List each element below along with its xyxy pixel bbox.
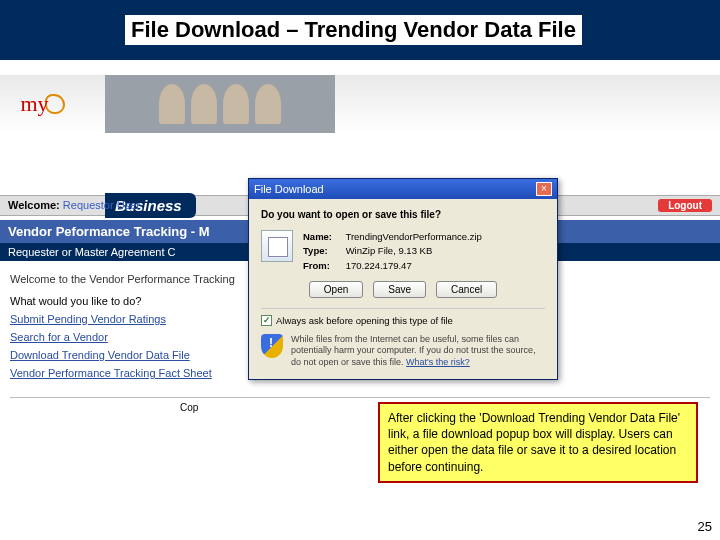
always-ask-row[interactable]: ✓ Always ask before opening this type of… (261, 308, 545, 326)
always-ask-label: Always ask before opening this type of f… (276, 315, 453, 326)
file-type: WinZip File, 9.13 KB (346, 245, 433, 256)
file-type-icon (261, 230, 293, 262)
save-button[interactable]: Save (373, 281, 426, 298)
logout-button[interactable]: Logout (658, 199, 712, 212)
dialog-button-row: Open Save Cancel (261, 281, 545, 298)
checkbox-icon[interactable]: ✓ (261, 315, 272, 326)
file-name: TrendingVendorPerformance.zip (345, 231, 481, 242)
welcome-label: Welcome: (8, 199, 60, 211)
dialog-body: Do you want to open or save this file? N… (249, 199, 557, 379)
cancel-button[interactable]: Cancel (436, 281, 497, 298)
type-label: Type: (303, 244, 343, 258)
whats-the-risk-link[interactable]: What's the risk? (406, 357, 470, 367)
shield-icon (261, 334, 283, 358)
dialog-title: File Download (254, 183, 324, 195)
close-icon[interactable]: × (536, 182, 552, 196)
from-label: From: (303, 259, 343, 273)
site-logo: my (0, 75, 85, 133)
welcome-user: Requestor User (63, 199, 140, 211)
dialog-titlebar: File Download × (249, 179, 557, 199)
file-download-dialog: File Download × Do you want to open or s… (248, 178, 558, 380)
site-banner: my (0, 75, 720, 133)
instruction-callout: After clicking the 'Download Trending Ve… (378, 402, 698, 483)
dialog-question: Do you want to open or save this file? (261, 209, 545, 220)
file-metadata: Name: TrendingVendorPerformance.zip Type… (303, 230, 482, 273)
security-warning: While files from the Internet can be use… (261, 334, 545, 369)
banner-photo (105, 75, 335, 133)
file-from: 170.224.179.47 (346, 260, 412, 271)
slide-page-number: 25 (698, 519, 712, 534)
name-label: Name: (303, 230, 343, 244)
divider (10, 397, 710, 398)
slide-header: File Download – Trending Vendor Data Fil… (0, 0, 720, 60)
open-button[interactable]: Open (309, 281, 363, 298)
slide-title: File Download – Trending Vendor Data Fil… (125, 15, 582, 45)
logo-text: my (20, 91, 48, 117)
